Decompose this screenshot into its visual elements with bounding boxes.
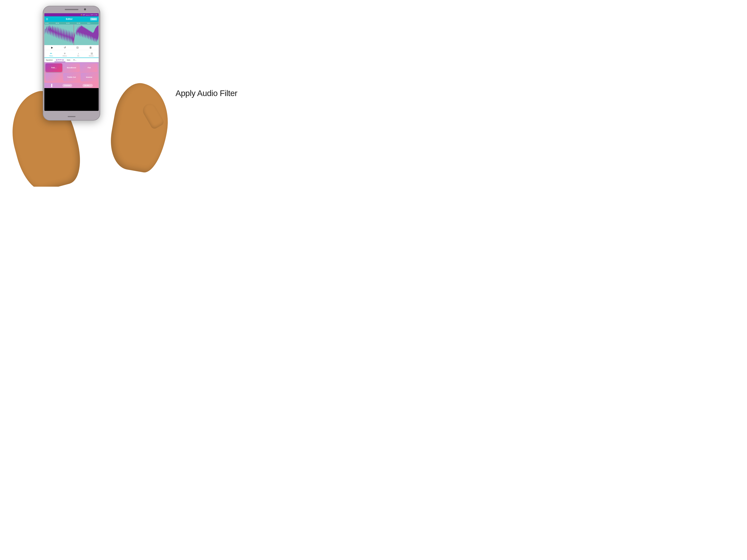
time-marker-1: 00:56 <box>56 23 66 24</box>
playhead <box>74 25 74 45</box>
phone-camera <box>84 8 86 10</box>
subnav-pitch[interactable]: Pi… <box>72 58 78 62</box>
subnav-echo[interactable]: ((( Echo ))) <box>54 58 66 62</box>
tab-filters[interactable]: ✏ Filters <box>44 50 58 58</box>
status-icons: 🔒 WiFi ▲▲▲ 100% 13:56 <box>80 14 98 16</box>
phone-home-bar <box>68 116 76 117</box>
transport-bar: ▶ ↺ ⊡ 🗑 <box>44 45 99 50</box>
crop-button[interactable]: ⊡ <box>76 46 79 49</box>
wifi-icon: WiFi <box>83 14 85 16</box>
filter-empty <box>46 73 62 81</box>
clock: 13:56 <box>94 14 98 16</box>
time-marker-0: 00:00 <box>45 23 56 24</box>
phone-device: 🔒 WiFi ▲▲▲ 100% 13:56 ☰ Editor Save 00:0… <box>43 6 100 121</box>
domore-button[interactable]: Do Mo… <box>82 84 93 87</box>
hamburger-menu-icon[interactable]: ☰ <box>46 18 48 20</box>
editor-title: Editor <box>66 18 73 20</box>
preview-button[interactable]: Preview <box>62 84 72 87</box>
subnav-equalizer[interactable]: Equalizer <box>44 58 54 62</box>
delete-button[interactable]: 🗑 <box>89 46 92 49</box>
tab-moment-label: Momen… <box>89 55 95 57</box>
tab-moment[interactable]: ⊞ Momen… <box>85 50 99 58</box>
chart-icon: ▐ <box>50 84 52 87</box>
tab-mix-label: Mix <box>77 55 79 57</box>
filter-inverse[interactable]: Inverse <box>81 73 98 81</box>
time-marker-4: 03:4… <box>87 23 98 24</box>
hand-right <box>106 80 175 175</box>
tab-effects[interactable]: ✳ Effects <box>58 50 72 58</box>
scene: 🔒 WiFi ▲▲▲ 100% 13:56 ☰ Editor Save 00:0… <box>20 0 156 187</box>
filter-flat[interactable]: Flat <box>81 63 98 72</box>
phone-speaker <box>65 9 78 10</box>
filter-treb[interactable]: Treb… <box>46 63 62 72</box>
battery-pct: 100% <box>90 14 94 16</box>
lock-icon: 🔒 <box>80 14 82 16</box>
page-title: Apply Audio Filter <box>176 89 237 98</box>
time-marker-3: 02:48 <box>77 23 87 24</box>
waveform-visual <box>44 25 99 45</box>
moment-icon: ⊞ <box>91 52 93 55</box>
sub-nav: Equalizer ((( Echo ))) Gain Pi… <box>44 58 99 62</box>
tab-effects-label: Effects <box>62 55 67 57</box>
timeline-ruler: 00:00 00:56 01:52 02:48 03:4… <box>44 22 99 25</box>
filters-icon: ✏ <box>50 52 52 55</box>
undo-button[interactable]: ↺ <box>64 46 66 49</box>
signal-icon: ▲▲▲ <box>86 14 90 16</box>
filter-grid: Treb… BassBoost Flat Treble Cut Inverse <box>44 62 99 83</box>
tab-filters-label: Filters <box>49 55 53 57</box>
tab-bar: ✏ Filters ✳ Effects ♪ Mix ⊞ Momen… <box>44 50 99 58</box>
tab-mix[interactable]: ♪ Mix <box>72 50 85 58</box>
bottom-bar: ▐ Preview Do Mo… <box>44 83 99 88</box>
waveform-area: 00:00 00:56 01:52 02:48 03:4… <box>44 22 99 45</box>
save-button[interactable]: Save <box>90 18 97 20</box>
mix-icon: ♪ <box>78 52 79 55</box>
time-marker-2: 01:52 <box>66 23 77 24</box>
play-button[interactable]: ▶ <box>51 46 53 49</box>
effects-icon: ✳ <box>63 52 66 55</box>
filter-treblecut[interactable]: Treble Cut <box>63 73 80 81</box>
status-bar: 🔒 WiFi ▲▲▲ 100% 13:56 <box>44 13 99 16</box>
phone-screen: 🔒 WiFi ▲▲▲ 100% 13:56 ☰ Editor Save 00:0… <box>44 13 99 111</box>
filter-bassboost[interactable]: BassBoost <box>63 63 80 72</box>
subnav-gain[interactable]: Gain <box>66 58 72 62</box>
waveform-svg <box>44 25 99 45</box>
app-bar: ☰ Editor Save <box>44 16 99 22</box>
